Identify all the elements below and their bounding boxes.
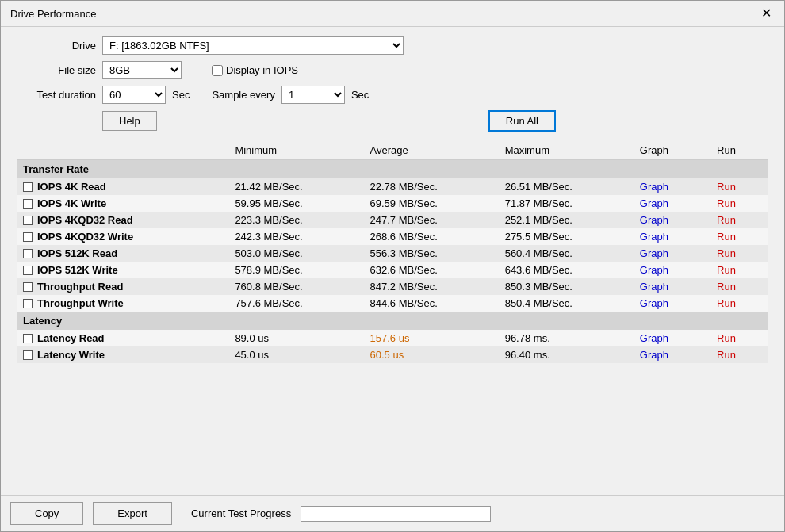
row-graph-cell: Graph (634, 178, 710, 195)
row-checkbox[interactable] (23, 266, 33, 275)
table-row: IOPS 4KQD32 Read223.3 MB/Sec.247.7 MB/Se… (17, 212, 768, 228)
table-row: Throughput Read760.8 MB/Sec.847.2 MB/Sec… (17, 278, 768, 295)
progress-label: Current Test Progress (191, 507, 291, 519)
graph-link[interactable]: Graph (640, 297, 668, 309)
row-name-label: Latency Write (37, 349, 105, 361)
row-average: 157.6 us (364, 330, 499, 346)
row-checkbox[interactable] (23, 249, 33, 258)
row-checkbox[interactable] (23, 334, 33, 343)
row-name-label: IOPS 512K Read (37, 247, 117, 259)
graph-link[interactable]: Graph (640, 231, 668, 243)
row-average: 847.2 MB/Sec. (364, 278, 499, 295)
main-content: Drive F: [1863.02GB NTFS] File size 8GB1… (1, 27, 784, 495)
run-link[interactable]: Run (717, 281, 736, 293)
row-average: 556.3 MB/Sec. (364, 245, 499, 262)
row-minimum: 757.6 MB/Sec. (228, 295, 363, 312)
table-row: IOPS 512K Write578.9 MB/Sec.632.6 MB/Sec… (17, 262, 768, 278)
graph-link[interactable]: Graph (640, 349, 668, 361)
run-link[interactable]: Run (717, 332, 736, 344)
row-run-cell: Run (710, 278, 768, 295)
row-graph-cell: Graph (634, 195, 710, 212)
row-name-label: IOPS 4K Read (37, 181, 106, 193)
graph-link[interactable]: Graph (640, 197, 668, 209)
display-iops-checkbox[interactable] (212, 65, 223, 76)
display-iops-label[interactable]: Display in IOPS (212, 64, 298, 76)
duration-row: Test duration 6030120 Sec Sample every 1… (17, 86, 768, 104)
row-minimum: 59.95 MB/Sec. (228, 195, 363, 212)
row-minimum: 760.8 MB/Sec. (228, 278, 363, 295)
row-run-cell: Run (710, 262, 768, 278)
row-average: 69.59 MB/Sec. (364, 195, 499, 212)
run-link[interactable]: Run (717, 247, 736, 259)
results-table: Minimum Average Maximum Graph Run Transf… (17, 141, 768, 363)
sample-select[interactable]: 125 (281, 86, 345, 104)
row-checkbox[interactable] (23, 350, 33, 360)
run-link[interactable]: Run (717, 181, 736, 193)
row-run-cell: Run (710, 212, 768, 228)
row-name-label: Throughput Write (37, 297, 124, 309)
footer: Copy Export Current Test Progress (1, 495, 784, 531)
filesize-row: File size 8GB1GB4GB16GB Display in IOPS (17, 61, 768, 79)
run-link[interactable]: Run (717, 264, 736, 276)
row-graph-cell: Graph (634, 228, 710, 245)
duration-select[interactable]: 6030120 (102, 86, 166, 104)
graph-link[interactable]: Graph (640, 332, 668, 344)
sample-label: Sample every (212, 89, 274, 101)
progress-bar (301, 506, 491, 522)
row-checkbox[interactable] (23, 199, 33, 209)
graph-link[interactable]: Graph (640, 214, 668, 226)
row-name-label: IOPS 512K Write (37, 264, 118, 276)
run-link[interactable]: Run (717, 231, 736, 243)
row-minimum: 89.0 us (228, 330, 363, 346)
row-name-label: IOPS 4K Write (37, 197, 106, 209)
col-header-minimum: Minimum (228, 141, 363, 160)
export-button[interactable]: Export (93, 502, 172, 525)
results-table-area: Minimum Average Maximum Graph Run Transf… (17, 141, 768, 485)
row-average: 844.6 MB/Sec. (364, 295, 499, 312)
col-header-run: Run (710, 141, 768, 160)
table-row: Latency Read89.0 us157.6 us96.78 ms.Grap… (17, 330, 768, 346)
row-average: 247.7 MB/Sec. (364, 212, 499, 228)
copy-button[interactable]: Copy (10, 502, 83, 525)
sec-label-1: Sec (172, 89, 190, 101)
graph-link[interactable]: Graph (640, 181, 668, 193)
table-row: Latency Write45.0 us60.5 us96.40 ms.Grap… (17, 346, 768, 363)
help-button[interactable]: Help (102, 111, 157, 131)
filesize-label: File size (17, 64, 96, 76)
graph-link[interactable]: Graph (640, 281, 668, 293)
filesize-select[interactable]: 8GB1GB4GB16GB (102, 61, 182, 79)
row-checkbox[interactable] (23, 299, 33, 308)
graph-link[interactable]: Graph (640, 264, 668, 276)
run-all-button[interactable]: Run All (488, 110, 556, 132)
row-graph-cell: Graph (634, 346, 710, 363)
row-checkbox[interactable] (23, 232, 33, 242)
config-section: Drive F: [1863.02GB NTFS] File size 8GB1… (17, 36, 768, 132)
row-minimum: 242.3 MB/Sec. (228, 228, 363, 245)
row-minimum: 223.3 MB/Sec. (228, 212, 363, 228)
row-maximum: 96.78 ms. (499, 330, 634, 346)
row-name-label: Throughput Read (37, 281, 123, 293)
graph-link[interactable]: Graph (640, 247, 668, 259)
row-checkbox[interactable] (23, 282, 33, 292)
run-link[interactable]: Run (717, 297, 736, 309)
row-run-cell: Run (710, 295, 768, 312)
row-checkbox[interactable] (23, 182, 33, 192)
row-maximum: 560.4 MB/Sec. (499, 245, 634, 262)
row-checkbox[interactable] (23, 216, 33, 225)
run-link[interactable]: Run (717, 349, 736, 361)
title-bar: Drive Performance ✕ (1, 1, 784, 27)
row-maximum: 26.51 MB/Sec. (499, 178, 634, 195)
col-header-graph: Graph (634, 141, 710, 160)
drive-row: Drive F: [1863.02GB NTFS] (17, 36, 768, 55)
row-maximum: 275.5 MB/Sec. (499, 228, 634, 245)
run-link[interactable]: Run (717, 214, 736, 226)
row-maximum: 96.40 ms. (499, 346, 634, 363)
row-name-label: IOPS 4KQD32 Read (37, 214, 133, 226)
close-button[interactable]: ✕ (758, 7, 775, 20)
table-header: Minimum Average Maximum Graph Run (17, 141, 768, 160)
row-minimum: 503.0 MB/Sec. (228, 245, 363, 262)
drive-select[interactable]: F: [1863.02GB NTFS] (102, 36, 404, 55)
row-graph-cell: Graph (634, 245, 710, 262)
col-header-maximum: Maximum (499, 141, 634, 160)
run-link[interactable]: Run (717, 197, 736, 209)
